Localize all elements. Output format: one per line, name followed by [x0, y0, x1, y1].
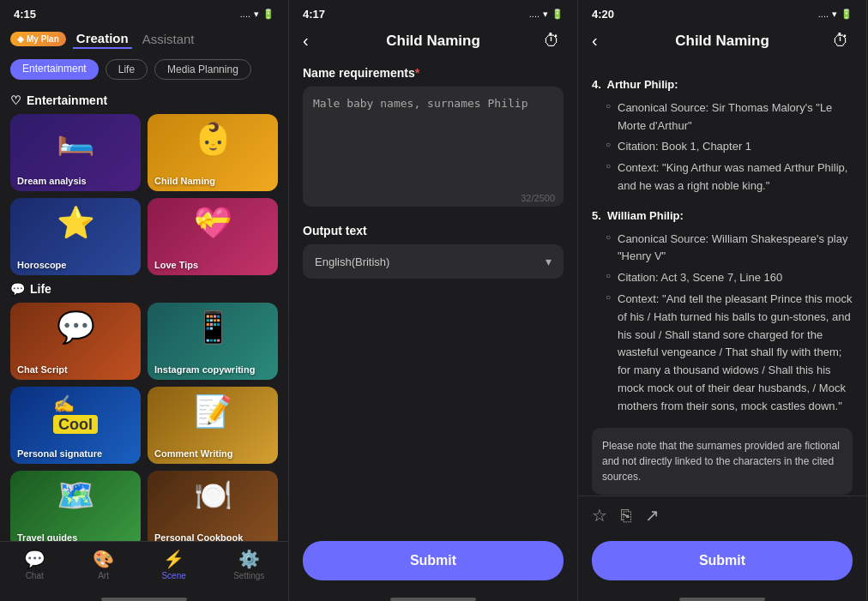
- status-bar-1: 4:15 .... ▾ 🔋: [0, 0, 288, 24]
- language-select[interactable]: English(British) ▾: [303, 244, 564, 279]
- nav-chat[interactable]: 💬 Chat: [24, 549, 45, 580]
- card-personal-cookbook[interactable]: 🍽️ Personal Cookbook: [148, 471, 278, 541]
- card-dream-analysis[interactable]: 🛏️ Dream analysis: [10, 114, 141, 191]
- nav-settings-label: Settings: [233, 571, 264, 580]
- status-icons-2: .... ▾ 🔋: [529, 9, 564, 20]
- card-comment-writing[interactable]: 📝 Comment Writing: [148, 387, 278, 464]
- nav-chat-label: Chat: [26, 571, 44, 580]
- tab-assistant[interactable]: Assistant: [139, 30, 198, 48]
- scroll-content: ♡ Entertainment 🛏️ Dream analysis 👶 Chil…: [0, 87, 288, 541]
- signal-icon-3: ....: [818, 9, 829, 19]
- top-tabs: ◆ My Plan Creation Assistant: [0, 24, 288, 56]
- card-label-cookbook: Personal Cookbook: [154, 532, 243, 541]
- heart-icon: ♡: [10, 93, 21, 107]
- panel1-content: ◆ My Plan Creation Assistant Entertainme…: [0, 24, 288, 601]
- my-plan-badge[interactable]: ◆ My Plan: [10, 32, 66, 46]
- love-tips-icon: 💝: [194, 205, 232, 241]
- section-entertainment: ♡ Entertainment: [10, 93, 278, 107]
- entertainment-grid-2: ⭐ Horoscope 💝 Love Tips: [10, 198, 278, 275]
- share-icon[interactable]: ↗: [645, 505, 660, 526]
- card-label-comment-writing: Comment Writing: [154, 448, 232, 459]
- panel1-phone: 4:15 .... ▾ 🔋 ◆ My Plan Creation Assista…: [0, 0, 289, 601]
- signal-icon: ....: [240, 9, 250, 19]
- time-1: 4:15: [14, 8, 36, 21]
- panel2-phone: 4:17 .... ▾ 🔋 ‹ Child Naming ⏱ Name requ…: [289, 0, 578, 601]
- card-label-dream: Dream analysis: [17, 176, 87, 186]
- list-item: Citation: Act 3, Scene 7, Line 160: [606, 267, 853, 289]
- panel3-title: Child Naming: [612, 33, 832, 50]
- back-button-3[interactable]: ‹: [592, 31, 612, 51]
- section-life: 💬 Life: [10, 282, 278, 296]
- history-icon-3[interactable]: ⏱: [832, 31, 853, 51]
- card-love-tips[interactable]: 💝 Love Tips: [148, 198, 278, 275]
- section-label-life: Life: [30, 282, 51, 296]
- card-horoscope[interactable]: ⭐ Horoscope: [10, 198, 141, 275]
- status-icons-1: .... ▾ 🔋: [240, 9, 274, 20]
- copy-icon[interactable]: ⎘: [621, 506, 631, 526]
- card-label-chat-script: Chat Script: [17, 364, 68, 375]
- item-4-number: 4. Arthur Philip:: [592, 76, 853, 94]
- time-2: 4:17: [303, 8, 325, 21]
- card-child-naming[interactable]: 👶 Child Naming: [148, 114, 278, 191]
- panel3-header: ‹ Child Naming ⏱: [578, 24, 866, 59]
- cookbook-icon: 🍽️: [194, 478, 232, 514]
- action-bar: ☆ ⎘ ↗: [578, 496, 866, 534]
- panel2-title: Child Naming: [323, 33, 543, 50]
- language-value: English(British): [315, 255, 389, 268]
- submit-button-2[interactable]: Submit: [303, 541, 564, 580]
- instagram-icon: 📱: [194, 310, 232, 346]
- card-personal-sig[interactable]: ✍️Cool Personal signature: [10, 387, 141, 464]
- horoscope-icon: ⭐: [57, 205, 95, 241]
- char-count: 32/2500: [521, 193, 555, 203]
- home-indicator-3: [679, 598, 765, 601]
- pill-entertainment[interactable]: Entertainment: [10, 59, 99, 80]
- life-grid: 💬 Chat Script 📱 Instagram copywriting: [10, 303, 278, 380]
- child-naming-icon: 👶: [194, 121, 232, 157]
- note-box: Please note that the surnames provided a…: [592, 428, 853, 495]
- battery-icon-2: 🔋: [552, 9, 564, 20]
- textarea-wrapper: 32/2500: [303, 87, 564, 210]
- dream-icon: 🛏️: [57, 121, 95, 157]
- travel-icon: 🗺️: [57, 478, 95, 514]
- tab-creation[interactable]: Creation: [73, 29, 132, 49]
- wifi-icon-2: ▾: [543, 9, 548, 20]
- item-4-name: Arthur Philip:: [607, 78, 678, 91]
- chat-script-icon: 💬: [57, 310, 95, 346]
- nav-scene[interactable]: ⚡ Scene: [161, 549, 185, 580]
- favorite-icon[interactable]: ☆: [592, 505, 607, 526]
- item-5-sources: Canonical Source: William Shakespeare's …: [592, 229, 853, 418]
- scene-nav-icon: ⚡: [163, 549, 184, 569]
- section-label-entertainment: Entertainment: [27, 93, 107, 107]
- card-chat-script[interactable]: 💬 Chat Script: [10, 303, 141, 380]
- home-indicator-2: [390, 598, 476, 601]
- wifi-icon-3: ▾: [832, 9, 837, 20]
- card-label-travel: Travel guides: [17, 532, 77, 541]
- nav-settings[interactable]: ⚙️ Settings: [233, 549, 264, 580]
- time-3: 4:20: [592, 8, 614, 21]
- nav-art[interactable]: 🎨 Art: [93, 549, 114, 580]
- comment-icon: 📝: [194, 394, 232, 430]
- card-travel-guides[interactable]: 🗺️ Travel guides: [10, 471, 141, 541]
- required-mark: *: [415, 66, 419, 80]
- bottom-nav: 💬 Chat 🎨 Art ⚡ Scene ⚙️ Settings: [0, 541, 288, 594]
- speech-icon: 💬: [10, 282, 25, 296]
- list-item: Context: "King Arthur was named Arthur P…: [606, 158, 853, 197]
- name-requirements-input[interactable]: [303, 87, 564, 207]
- life-grid-2: ✍️Cool Personal signature 📝 Comment Writ…: [10, 387, 278, 464]
- card-instagram[interactable]: 📱 Instagram copywriting: [148, 303, 278, 380]
- signature-icon: ✍️Cool: [53, 394, 98, 434]
- filter-pills: Entertainment Life Media Planning: [0, 56, 288, 87]
- chevron-down-icon: ▾: [546, 255, 552, 268]
- pill-life[interactable]: Life: [105, 59, 148, 80]
- back-button-2[interactable]: ‹: [303, 31, 323, 51]
- battery-icon-3: 🔋: [841, 9, 853, 20]
- card-label-personal-sig: Personal signature: [17, 448, 102, 459]
- home-indicator-1: [101, 598, 187, 601]
- pill-media[interactable]: Media Planning: [154, 59, 251, 80]
- diamond-icon: ◆: [17, 34, 24, 44]
- history-icon-2[interactable]: ⏱: [543, 31, 564, 51]
- card-label-child-naming: Child Naming: [154, 176, 215, 186]
- card-label-love-tips: Love Tips: [154, 260, 198, 270]
- submit-button-3[interactable]: Submit: [592, 541, 853, 580]
- my-plan-label: My Plan: [27, 34, 59, 44]
